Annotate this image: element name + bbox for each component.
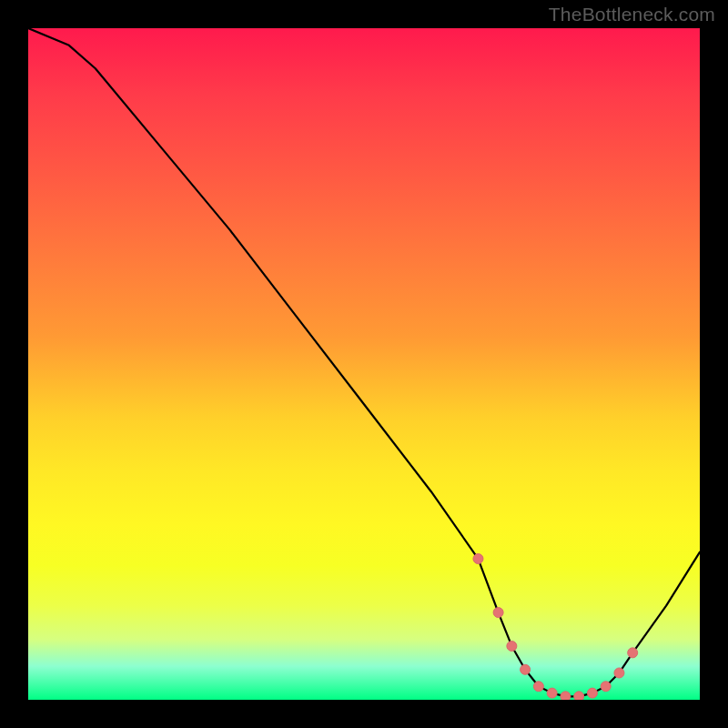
marker-dot	[561, 692, 571, 700]
bottleneck-curve	[28, 28, 700, 700]
marker-dot	[628, 648, 638, 658]
marker-dot	[574, 692, 584, 700]
marker-dot	[507, 641, 517, 651]
marker-dot	[547, 688, 557, 698]
marker-dot	[587, 688, 597, 698]
curve-line	[28, 28, 700, 696]
marker-dot	[533, 682, 543, 692]
watermark-text: TheBottleneck.com	[549, 4, 715, 25]
marker-dot	[614, 668, 624, 678]
chart-stage: TheBottleneck.com	[0, 0, 728, 728]
marker-dot	[493, 608, 503, 618]
marker-dot	[473, 554, 483, 564]
plot-area	[28, 28, 700, 700]
marker-dot	[521, 664, 531, 674]
marker-dot	[601, 682, 611, 692]
